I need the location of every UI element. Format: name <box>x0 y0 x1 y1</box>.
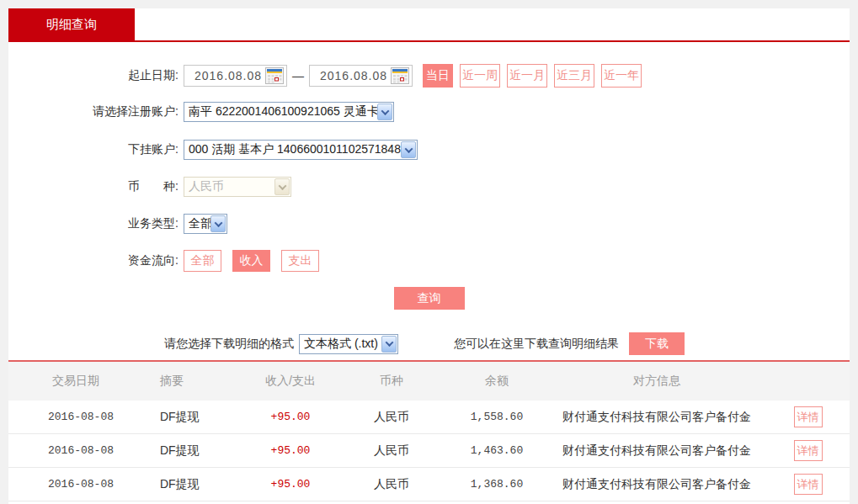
sub-account-value: 000 活期 基本户 1406600101102571848 <box>184 142 401 157</box>
header-amount: 收入/支出 <box>244 374 337 389</box>
cell-counterparty: 财付通支付科技有限公司客户备付金 <box>547 477 766 492</box>
download-format-select[interactable]: 文本格式 (.txt) <box>299 334 398 354</box>
tab-bar: 明细查询 <box>8 8 850 42</box>
start-date-input[interactable]: 2016.08.08 <box>184 65 287 87</box>
cell-balance: 1,558.60 <box>446 411 547 423</box>
sub-account-select[interactable]: 000 活期 基本户 1406600101102571848 <box>184 140 418 160</box>
cell-counterparty: 财付通支付科技有限公司客户备付金 <box>547 410 766 425</box>
registered-account-select[interactable]: 南平 6222001406100921065 灵通卡 <box>184 102 394 122</box>
quick-range-year-button[interactable]: 近一年 <box>601 64 642 88</box>
cell-amount: +95.00 <box>244 444 337 457</box>
end-date-input[interactable]: 2016.08.08 <box>309 65 413 87</box>
cell-amount: +95.00 <box>244 478 337 491</box>
sub-account-label: 下挂账户: <box>8 142 184 157</box>
cell-currency: 人民币 <box>337 477 446 492</box>
cell-counterparty: 财付通支付科技有限公司客户备付金 <box>547 443 766 459</box>
date-separator: — <box>292 69 304 82</box>
quick-range-week-button[interactable]: 近一周 <box>460 64 500 88</box>
end-date-value: 2016.08.08 <box>320 69 391 82</box>
download-hint-text: 您可以在这里下载查询明细结果 <box>454 337 619 352</box>
cell-trade-date: 2016-08-08 <box>8 444 160 457</box>
registered-account-value: 南平 6222001406100921065 灵通卡 <box>184 104 377 119</box>
quick-range-3months-button[interactable]: 近三月 <box>554 64 594 88</box>
flow-all-button[interactable]: 全部 <box>184 250 221 272</box>
header-currency: 币种 <box>337 374 446 389</box>
registered-account-label: 请选择注册账户: <box>8 104 184 119</box>
cell-trade-date: 2016-08-08 <box>8 478 160 491</box>
business-type-row: 业务类型: 全部 <box>8 214 850 234</box>
header-trade-date: 交易日期 <box>8 374 160 389</box>
fund-flow-row: 资金流向: 全部 收入 支出 <box>8 249 850 273</box>
query-button-row: 查询 <box>8 287 850 310</box>
calendar-icon[interactable] <box>391 67 409 84</box>
cell-balance: 1,368.60 <box>446 478 547 491</box>
download-row: 请您选择下载明细的格式 文本格式 (.txt) 您可以在这里下载查询明细结果 下… <box>8 332 850 355</box>
main-panel: 明细查询 起止日期: 2016.08.08 <box>8 8 850 504</box>
table-row: 2016-08-08 DF提现 +95.00 人民币 1,368.60 财付通支… <box>8 468 850 501</box>
fund-flow-label: 资金流向: <box>8 253 184 268</box>
table-row: 2016-08-08 DF提现 +95.00 人民币 1,558.60 财付通支… <box>8 401 850 434</box>
query-button[interactable]: 查询 <box>394 287 465 310</box>
table-row: 2016-08-08 DF提现 +95.00 人民币 1,463.60 财付通支… <box>8 434 850 468</box>
download-format-label: 请您选择下载明细的格式 <box>164 337 294 352</box>
currency-select: 人民币 <box>184 177 291 197</box>
cell-amount: +95.00 <box>244 411 337 423</box>
detail-button[interactable]: 详情 <box>794 474 823 495</box>
download-format-value: 文本格式 (.txt) <box>300 337 381 352</box>
chevron-down-icon <box>274 178 290 195</box>
header-balance: 余额 <box>446 374 547 389</box>
currency-row: 币 种: 人民币 <box>8 177 850 197</box>
cell-summary: DF提现 <box>160 410 244 425</box>
detail-button[interactable]: 详情 <box>794 406 823 427</box>
results-table: 交易日期 摘要 收入/支出 币种 余额 对方信息 2016-08-08 DF提现… <box>8 362 850 501</box>
date-range-row: 起止日期: 2016.08.08 — 2016.08.08 <box>8 64 850 88</box>
header-summary: 摘要 <box>160 374 244 389</box>
cell-currency: 人民币 <box>337 443 446 459</box>
chevron-down-icon[interactable] <box>401 141 416 158</box>
business-type-label: 业务类型: <box>8 216 184 231</box>
sub-account-row: 下挂账户: 000 活期 基本户 1406600101102571848 <box>8 140 850 160</box>
business-type-value: 全部 <box>184 216 211 231</box>
detail-button[interactable]: 详情 <box>794 440 823 461</box>
calendar-icon[interactable] <box>265 67 284 84</box>
chevron-down-icon[interactable] <box>377 103 392 120</box>
quick-range-month-button[interactable]: 近一月 <box>507 64 547 88</box>
flow-income-button[interactable]: 收入 <box>232 250 270 272</box>
table-header-row: 交易日期 摘要 收入/支出 币种 余额 对方信息 <box>8 362 850 401</box>
download-button[interactable]: 下载 <box>629 332 685 355</box>
registered-account-row: 请选择注册账户: 南平 6222001406100921065 灵通卡 <box>8 102 850 122</box>
cell-currency: 人民币 <box>337 410 446 425</box>
business-type-select[interactable]: 全部 <box>184 214 227 234</box>
quick-range-today-button[interactable]: 当日 <box>423 64 453 88</box>
chevron-down-icon[interactable] <box>211 215 226 232</box>
query-form: 起止日期: 2016.08.08 — 2016.08.08 <box>8 42 850 362</box>
date-range-label: 起止日期: <box>8 68 184 83</box>
tab-detail-query[interactable]: 明细查询 <box>8 8 135 40</box>
cell-summary: DF提现 <box>160 443 244 459</box>
start-date-value: 2016.08.08 <box>195 69 265 82</box>
currency-value: 人民币 <box>184 179 274 194</box>
flow-expense-button[interactable]: 支出 <box>281 250 319 272</box>
cell-trade-date: 2016-08-08 <box>8 411 160 423</box>
cell-balance: 1,463.60 <box>446 444 547 457</box>
header-counterparty: 对方信息 <box>547 374 766 389</box>
currency-label: 币 种: <box>8 179 184 194</box>
chevron-down-icon[interactable] <box>381 336 397 353</box>
cell-summary: DF提现 <box>160 477 244 492</box>
